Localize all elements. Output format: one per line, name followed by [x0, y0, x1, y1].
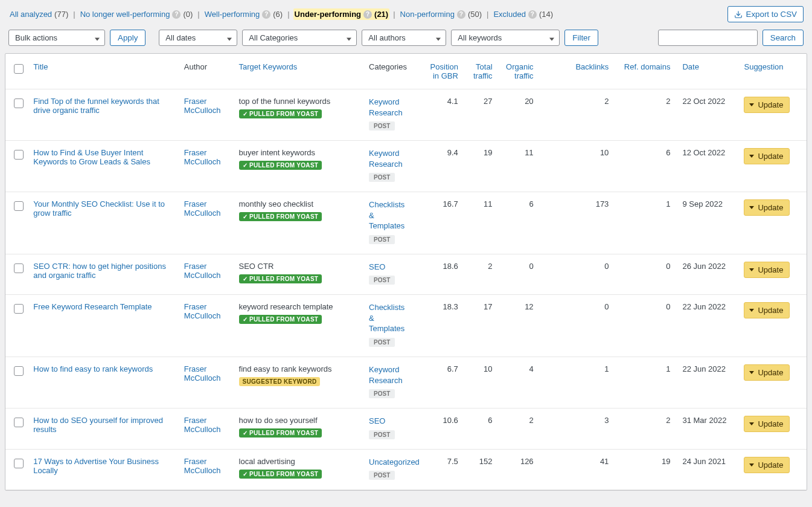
category-link[interactable]: Checklists & Templates: [369, 303, 404, 333]
post-title-link[interactable]: How to Find & Use Buyer Intent Keywords …: [33, 148, 150, 166]
author-link[interactable]: Fraser McCulloch: [184, 302, 221, 320]
authors-select[interactable]: All authors: [362, 30, 446, 46]
post-title-link[interactable]: How to find easy to rank keywords: [33, 364, 153, 373]
update-label: Update: [758, 460, 783, 470]
update-button[interactable]: Update: [744, 148, 790, 164]
row-checkbox[interactable]: [14, 459, 24, 468]
status-filter-excl[interactable]: Excluded ? (14): [492, 8, 554, 20]
update-button[interactable]: Update: [744, 97, 790, 113]
help-icon[interactable]: ?: [363, 10, 372, 19]
post-title-link[interactable]: SEO CTR: how to get higher positions and…: [33, 262, 166, 280]
update-button[interactable]: Update: [744, 364, 790, 381]
category-link[interactable]: Uncategorized: [369, 457, 420, 467]
col-header-position[interactable]: Positionin GBR: [424, 62, 458, 80]
category-link[interactable]: Keyword Research: [369, 97, 403, 117]
status-filter-link[interactable]: All analyzed: [10, 10, 52, 19]
col-header-total-traffic[interactable]: Totaltraffic: [470, 62, 493, 80]
author-link[interactable]: Fraser McCulloch: [184, 97, 221, 115]
post-title-link[interactable]: Your Monthly SEO Checklist: Use it to gr…: [33, 199, 165, 218]
select-all-checkbox[interactable]: [14, 64, 24, 74]
update-label: Update: [758, 152, 783, 161]
author-link[interactable]: Fraser McCulloch: [184, 364, 221, 383]
help-icon[interactable]: ?: [457, 10, 465, 19]
col-header-ref-domains[interactable]: Ref. domains: [621, 62, 670, 71]
status-filter-link[interactable]: Under-performing: [295, 10, 362, 19]
bulk-actions-select[interactable]: Bulk actions: [8, 30, 105, 46]
filter-button[interactable]: Filter: [564, 30, 598, 46]
author-link[interactable]: Fraser McCulloch: [184, 416, 221, 434]
category-link[interactable]: SEO: [369, 262, 385, 271]
row-checkbox[interactable]: [14, 263, 24, 273]
total-traffic-value: 17: [464, 295, 499, 357]
col-header-target-keywords[interactable]: Target Keywords: [239, 62, 298, 71]
post-title-link[interactable]: 17 Ways to Advertise Your Business Local…: [33, 457, 159, 475]
help-icon[interactable]: ?: [172, 10, 181, 19]
category-link[interactable]: Keyword Research: [369, 365, 403, 385]
author-link[interactable]: Fraser McCulloch: [184, 457, 221, 475]
organic-traffic-value: 0: [499, 254, 540, 295]
row-checkbox[interactable]: [14, 304, 24, 314]
backlinks-value: 10: [540, 141, 615, 192]
total-traffic-value: 11: [464, 192, 499, 254]
status-filter-link[interactable]: Excluded: [493, 10, 525, 19]
ref-domains-value: 19: [615, 449, 676, 490]
row-checkbox[interactable]: [14, 201, 24, 211]
update-button[interactable]: Update: [744, 262, 790, 278]
dates-select[interactable]: All dates: [159, 30, 237, 46]
export-to-csv-button[interactable]: Export to CSV: [727, 6, 804, 22]
post-title-link[interactable]: Free Keyword Research Template: [33, 302, 152, 311]
status-filter-nolonger[interactable]: No longer well-performing ? (0): [79, 8, 194, 20]
download-icon: [734, 10, 743, 19]
category-link[interactable]: Checklists & Templates: [369, 200, 404, 230]
author-link[interactable]: Fraser McCulloch: [184, 199, 221, 218]
col-header-suggestion[interactable]: Suggestion: [744, 62, 783, 71]
post-type-badge: POST: [369, 173, 395, 182]
position-value: 7.5: [418, 449, 464, 490]
search-input[interactable]: [658, 30, 758, 46]
status-filter-all[interactable]: All analyzed (77): [8, 8, 69, 20]
search-button[interactable]: Search: [762, 30, 804, 46]
row-checkbox[interactable]: [14, 150, 24, 160]
category-link[interactable]: Keyword Research: [369, 149, 403, 169]
status-filter-non[interactable]: Non-performing ? (50): [399, 8, 483, 20]
update-button[interactable]: Update: [744, 416, 790, 432]
organic-traffic-value: 126: [499, 449, 540, 490]
yoast-badge: ✓ PULLED FROM YOAST: [239, 161, 322, 170]
row-checkbox[interactable]: [14, 366, 24, 376]
row-checkbox[interactable]: [14, 418, 24, 427]
update-button[interactable]: Update: [744, 457, 790, 473]
categories-select[interactable]: All Categories: [242, 30, 357, 46]
col-header-backlinks[interactable]: Backlinks: [546, 62, 609, 71]
keywords-select[interactable]: All keywords: [451, 30, 560, 46]
post-title-link[interactable]: Find Top of the funnel keywords that dri…: [33, 97, 159, 115]
backlinks-value: 41: [540, 449, 615, 490]
help-icon[interactable]: ?: [262, 10, 270, 19]
ref-domains-value: 0: [615, 295, 676, 357]
apply-button[interactable]: Apply: [110, 30, 145, 46]
col-header-date[interactable]: Date: [682, 62, 699, 71]
organic-traffic-value: 12: [499, 295, 540, 357]
date-value: 24 Jun 2021: [676, 449, 738, 490]
col-header-title[interactable]: Title: [33, 62, 48, 71]
date-value: 22 Oct 2022: [676, 89, 738, 141]
status-filter-count: (6): [273, 10, 283, 19]
help-icon[interactable]: ?: [528, 10, 537, 19]
status-filter-well[interactable]: Well-performing ? (6): [203, 8, 284, 20]
status-filter-tabs: All analyzed (77)|No longer well-perform…: [8, 8, 554, 20]
row-checkbox[interactable]: [14, 98, 24, 108]
author-link[interactable]: Fraser McCulloch: [184, 262, 221, 280]
update-button[interactable]: Update: [744, 199, 790, 216]
status-filter-under[interactable]: Under-performing ? (21): [293, 8, 390, 20]
status-filter-link[interactable]: No longer well-performing: [80, 10, 170, 19]
target-keyword-text: buyer intent keywords: [239, 148, 357, 157]
update-label: Update: [758, 368, 783, 377]
organic-traffic-value: 11: [499, 141, 540, 192]
suggested-keyword-badge: SUGGESTED KEYWORD: [239, 377, 321, 386]
category-link[interactable]: SEO: [369, 416, 385, 425]
col-header-organic-traffic[interactable]: Organictraffic: [505, 62, 534, 80]
post-title-link[interactable]: How to do SEO yourself for improved resu…: [33, 416, 163, 434]
author-link[interactable]: Fraser McCulloch: [184, 148, 221, 166]
status-filter-link[interactable]: Well-performing: [205, 10, 260, 19]
status-filter-link[interactable]: Non-performing: [400, 10, 455, 19]
update-button[interactable]: Update: [744, 302, 790, 318]
